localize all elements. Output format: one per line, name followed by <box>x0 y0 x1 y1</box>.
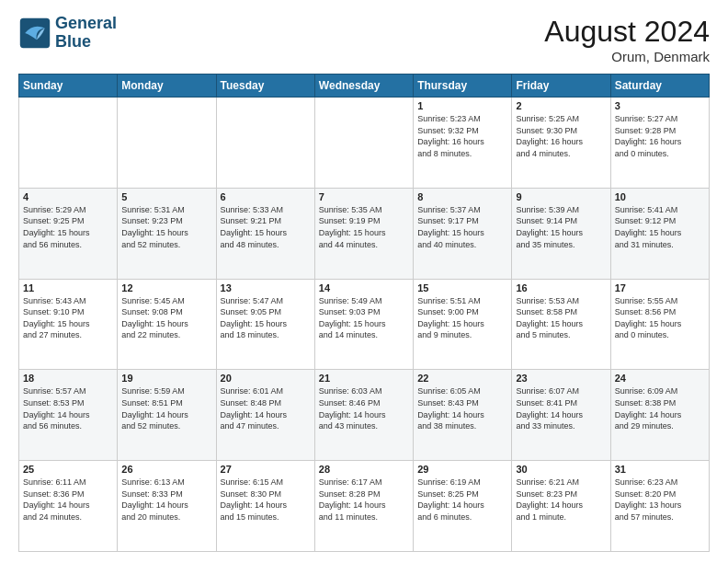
day-info: Sunrise: 5:23 AM Sunset: 9:32 PM Dayligh… <box>417 113 507 159</box>
day-number: 15 <box>417 282 507 293</box>
day-info: Sunrise: 5:27 AM Sunset: 9:28 PM Dayligh… <box>615 113 705 159</box>
weekday-header-cell: Wednesday <box>314 75 413 98</box>
location: Orum, Denmark <box>544 49 710 64</box>
day-info: Sunrise: 5:31 AM Sunset: 9:23 PM Dayligh… <box>121 204 211 250</box>
day-info: Sunrise: 5:29 AM Sunset: 9:25 PM Dayligh… <box>23 204 113 250</box>
day-number: 12 <box>121 282 211 293</box>
calendar-day-cell <box>118 98 216 189</box>
calendar-week-row: 1Sunrise: 5:23 AM Sunset: 9:32 PM Daylig… <box>19 98 710 189</box>
calendar-day-cell: 13Sunrise: 5:47 AM Sunset: 9:05 PM Dayli… <box>216 279 314 370</box>
calendar-day-cell: 3Sunrise: 5:27 AM Sunset: 9:28 PM Daylig… <box>610 98 709 189</box>
calendar-day-cell: 6Sunrise: 5:33 AM Sunset: 9:21 PM Daylig… <box>216 188 314 279</box>
calendar-day-cell: 23Sunrise: 6:07 AM Sunset: 8:41 PM Dayli… <box>512 370 610 461</box>
logo: General Blue <box>18 15 117 52</box>
calendar-day-cell: 25Sunrise: 6:11 AM Sunset: 8:36 PM Dayli… <box>19 461 118 552</box>
weekday-header-cell: Thursday <box>414 75 512 98</box>
day-info: Sunrise: 5:37 AM Sunset: 9:17 PM Dayligh… <box>417 204 507 250</box>
day-info: Sunrise: 5:25 AM Sunset: 9:30 PM Dayligh… <box>516 113 606 159</box>
day-number: 20 <box>221 373 311 384</box>
day-number: 21 <box>319 373 409 384</box>
day-number: 13 <box>221 282 311 293</box>
day-info: Sunrise: 5:51 AM Sunset: 9:00 PM Dayligh… <box>417 295 507 341</box>
calendar-day-cell: 24Sunrise: 6:09 AM Sunset: 8:38 PM Dayli… <box>610 370 709 461</box>
calendar-day-cell: 11Sunrise: 5:43 AM Sunset: 9:10 PM Dayli… <box>19 279 118 370</box>
calendar-day-cell: 14Sunrise: 5:49 AM Sunset: 9:03 PM Dayli… <box>314 279 413 370</box>
day-number: 16 <box>516 282 606 293</box>
day-number: 30 <box>516 464 606 475</box>
day-info: Sunrise: 6:23 AM Sunset: 8:20 PM Dayligh… <box>615 477 705 523</box>
calendar-day-cell: 28Sunrise: 6:17 AM Sunset: 8:28 PM Dayli… <box>314 461 413 552</box>
title-block: August 2024 Orum, Denmark <box>544 15 710 64</box>
day-info: Sunrise: 5:57 AM Sunset: 8:53 PM Dayligh… <box>23 385 113 431</box>
calendar-day-cell: 9Sunrise: 5:39 AM Sunset: 9:14 PM Daylig… <box>512 188 610 279</box>
day-info: Sunrise: 5:47 AM Sunset: 9:05 PM Dayligh… <box>221 295 311 341</box>
calendar-day-cell: 29Sunrise: 6:19 AM Sunset: 8:25 PM Dayli… <box>414 461 512 552</box>
day-info: Sunrise: 6:19 AM Sunset: 8:25 PM Dayligh… <box>417 477 507 523</box>
calendar-day-cell: 15Sunrise: 5:51 AM Sunset: 9:00 PM Dayli… <box>414 279 512 370</box>
calendar-day-cell: 18Sunrise: 5:57 AM Sunset: 8:53 PM Dayli… <box>19 370 118 461</box>
day-info: Sunrise: 6:11 AM Sunset: 8:36 PM Dayligh… <box>23 477 113 523</box>
logo-icon <box>18 17 51 50</box>
day-number: 1 <box>417 100 507 111</box>
weekday-header-cell: Sunday <box>19 75 118 98</box>
calendar-day-cell: 7Sunrise: 5:35 AM Sunset: 9:19 PM Daylig… <box>314 188 413 279</box>
day-info: Sunrise: 6:17 AM Sunset: 8:28 PM Dayligh… <box>319 477 409 523</box>
calendar-day-cell: 31Sunrise: 6:23 AM Sunset: 8:20 PM Dayli… <box>610 461 709 552</box>
day-number: 17 <box>615 282 705 293</box>
day-info: Sunrise: 5:45 AM Sunset: 9:08 PM Dayligh… <box>121 295 211 341</box>
calendar-week-row: 11Sunrise: 5:43 AM Sunset: 9:10 PM Dayli… <box>19 279 710 370</box>
logo-line2: Blue <box>55 32 91 51</box>
day-number: 5 <box>121 191 211 202</box>
month-title: August 2024 <box>544 15 710 49</box>
day-number: 29 <box>417 464 507 475</box>
day-number: 7 <box>319 191 409 202</box>
day-info: Sunrise: 6:09 AM Sunset: 8:38 PM Dayligh… <box>615 385 705 431</box>
calendar-day-cell <box>314 98 413 189</box>
day-number: 8 <box>417 191 507 202</box>
day-info: Sunrise: 6:21 AM Sunset: 8:23 PM Dayligh… <box>516 477 606 523</box>
page: General Blue August 2024 Orum, Denmark S… <box>0 0 728 563</box>
calendar-day-cell: 1Sunrise: 5:23 AM Sunset: 9:32 PM Daylig… <box>414 98 512 189</box>
calendar-day-cell: 26Sunrise: 6:13 AM Sunset: 8:33 PM Dayli… <box>118 461 216 552</box>
day-number: 26 <box>121 464 211 475</box>
day-number: 27 <box>221 464 311 475</box>
day-number: 28 <box>319 464 409 475</box>
calendar-day-cell: 19Sunrise: 5:59 AM Sunset: 8:51 PM Dayli… <box>118 370 216 461</box>
day-number: 25 <box>23 464 113 475</box>
day-info: Sunrise: 5:53 AM Sunset: 8:58 PM Dayligh… <box>516 295 606 341</box>
calendar-week-row: 18Sunrise: 5:57 AM Sunset: 8:53 PM Dayli… <box>19 370 710 461</box>
calendar-day-cell: 5Sunrise: 5:31 AM Sunset: 9:23 PM Daylig… <box>118 188 216 279</box>
calendar-body: 1Sunrise: 5:23 AM Sunset: 9:32 PM Daylig… <box>19 98 710 552</box>
calendar-day-cell: 2Sunrise: 5:25 AM Sunset: 9:30 PM Daylig… <box>512 98 610 189</box>
day-info: Sunrise: 6:05 AM Sunset: 8:43 PM Dayligh… <box>417 385 507 431</box>
logo-line1: General <box>55 14 117 32</box>
day-info: Sunrise: 6:15 AM Sunset: 8:30 PM Dayligh… <box>221 477 311 523</box>
calendar-day-cell <box>216 98 314 189</box>
logo-text: General Blue <box>55 15 117 52</box>
day-number: 22 <box>417 373 507 384</box>
day-number: 3 <box>615 100 705 111</box>
day-number: 6 <box>221 191 311 202</box>
day-info: Sunrise: 5:49 AM Sunset: 9:03 PM Dayligh… <box>319 295 409 341</box>
day-info: Sunrise: 6:07 AM Sunset: 8:41 PM Dayligh… <box>516 385 606 431</box>
calendar-week-row: 4Sunrise: 5:29 AM Sunset: 9:25 PM Daylig… <box>19 188 710 279</box>
day-number: 31 <box>615 464 705 475</box>
calendar-week-row: 25Sunrise: 6:11 AM Sunset: 8:36 PM Dayli… <box>19 461 710 552</box>
calendar-day-cell: 8Sunrise: 5:37 AM Sunset: 9:17 PM Daylig… <box>414 188 512 279</box>
day-info: Sunrise: 6:01 AM Sunset: 8:48 PM Dayligh… <box>221 385 311 431</box>
weekday-header-cell: Tuesday <box>216 75 314 98</box>
calendar-day-cell: 16Sunrise: 5:53 AM Sunset: 8:58 PM Dayli… <box>512 279 610 370</box>
day-number: 18 <box>23 373 113 384</box>
day-number: 2 <box>516 100 606 111</box>
day-info: Sunrise: 5:33 AM Sunset: 9:21 PM Dayligh… <box>221 204 311 250</box>
calendar-table: SundayMondayTuesdayWednesdayThursdayFrid… <box>18 74 710 552</box>
day-number: 14 <box>319 282 409 293</box>
weekday-header-cell: Friday <box>512 75 610 98</box>
calendar-day-cell: 10Sunrise: 5:41 AM Sunset: 9:12 PM Dayli… <box>610 188 709 279</box>
weekday-header-cell: Monday <box>118 75 216 98</box>
day-number: 9 <box>516 191 606 202</box>
day-info: Sunrise: 5:39 AM Sunset: 9:14 PM Dayligh… <box>516 204 606 250</box>
day-info: Sunrise: 6:13 AM Sunset: 8:33 PM Dayligh… <box>121 477 211 523</box>
calendar-day-cell: 20Sunrise: 6:01 AM Sunset: 8:48 PM Dayli… <box>216 370 314 461</box>
day-number: 11 <box>23 282 113 293</box>
